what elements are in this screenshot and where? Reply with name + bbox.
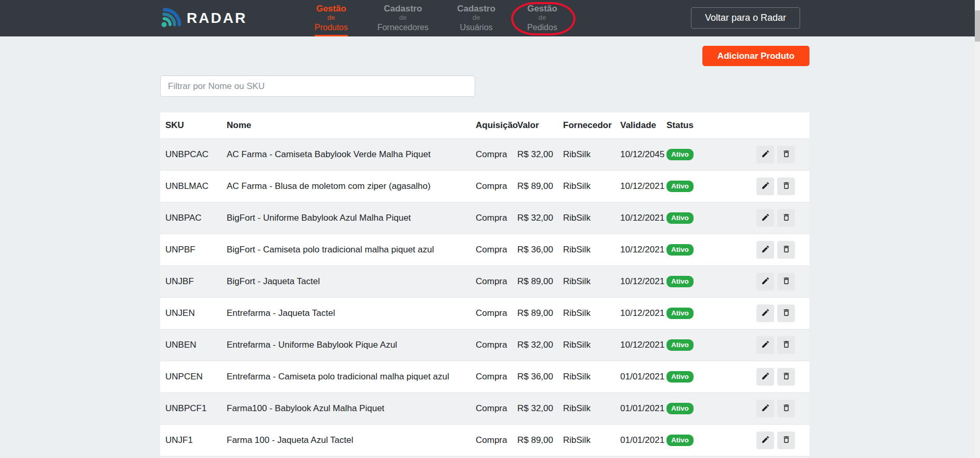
- add-product-button[interactable]: Adicionar Produto: [702, 46, 809, 66]
- delete-button[interactable]: [777, 209, 795, 227]
- edit-button[interactable]: [756, 241, 774, 259]
- delete-button[interactable]: [777, 146, 795, 163]
- column-header-valor: Valor: [512, 120, 558, 131]
- trash-icon: [782, 372, 791, 382]
- cell-nome: BigFort - Camiseta polo tradicional malh…: [221, 245, 471, 255]
- nav-item-cadastro-usuarios[interactable]: Cadastro de Usuários: [457, 0, 495, 36]
- cell-nome: Farma 100 - Jaqueta Azul Tactel: [221, 435, 471, 446]
- cell-nome: AC Farma - Camiseta Babylook Verde Malha…: [221, 149, 471, 160]
- cell-fornecedor: RibSilk: [558, 340, 615, 350]
- pencil-icon: [761, 435, 770, 446]
- partial-next-row: [160, 456, 809, 458]
- pencil-icon: [761, 340, 770, 350]
- cell-sku: UNPCEN: [160, 372, 221, 382]
- cell-fornecedor: RibSilk: [558, 403, 615, 414]
- nav-item-label: de: [539, 14, 546, 21]
- edit-button[interactable]: [756, 304, 774, 322]
- cell-validade: 10/12/2021: [615, 276, 661, 287]
- cell-aquisicao: Compra: [471, 245, 512, 255]
- delete-button[interactable]: [777, 273, 795, 290]
- cell-aquisicao: Compra: [471, 403, 512, 414]
- cell-valor: R$ 89,00: [512, 276, 558, 287]
- edit-button[interactable]: [756, 273, 774, 290]
- trash-icon: [782, 181, 791, 192]
- cell-nome: Farma100 - Babylook Azul Malha Piquet: [221, 403, 471, 414]
- cell-valor: R$ 32,00: [512, 340, 558, 350]
- table-body: UNBPCAC AC Farma - Camiseta Babylook Ver…: [160, 138, 809, 456]
- status-badge: Ativo: [667, 149, 694, 160]
- filter-input[interactable]: [160, 75, 475, 97]
- edit-button[interactable]: [756, 368, 774, 386]
- delete-button[interactable]: [777, 241, 795, 259]
- edit-button[interactable]: [756, 146, 774, 163]
- vertical-scrollbar: [975, 0, 980, 458]
- nav-item-label: Pedidos: [527, 22, 557, 33]
- delete-button[interactable]: [777, 400, 795, 417]
- nav-item-label: de: [399, 14, 407, 21]
- cell-valor: R$ 89,00: [512, 181, 558, 192]
- delete-button[interactable]: [777, 336, 795, 354]
- delete-button[interactable]: [777, 304, 795, 322]
- edit-button[interactable]: [756, 336, 774, 354]
- back-to-radar-button[interactable]: Voltar para o Radar: [691, 7, 800, 29]
- nav-item-cadastro-fornecedores[interactable]: Cadastro de Fornecedores: [377, 0, 429, 36]
- column-header-fornecedor: Fornecedor: [558, 120, 615, 131]
- edit-button[interactable]: [756, 431, 774, 449]
- status-badge: Ativo: [667, 403, 694, 414]
- nav-item-label: de: [473, 14, 480, 21]
- cell-nome: Entrefarma - Camiseta polo tradicional m…: [221, 372, 471, 382]
- cell-fornecedor: RibSilk: [558, 181, 615, 192]
- table-row: UNBPCAC AC Farma - Camiseta Babylook Ver…: [160, 138, 809, 170]
- trash-icon: [782, 308, 791, 319]
- pencil-icon: [761, 213, 770, 223]
- radar-logo-icon: [160, 6, 182, 30]
- cell-validade: 01/01/2021: [615, 435, 661, 446]
- table-header-row: SKU Nome Aquisição Valor Fornecedor Vali…: [160, 112, 809, 138]
- nav-item-gestao-produtos[interactable]: Gestão de Produtos: [315, 0, 348, 36]
- cell-status: Ativo: [661, 435, 713, 446]
- edit-button[interactable]: [756, 177, 774, 195]
- cell-fornecedor: RibSilk: [558, 308, 615, 319]
- cell-actions: [713, 177, 809, 195]
- scrollbar-thumb[interactable]: [975, 10, 980, 42]
- cell-nome: BigFort - Jaqueta Tactel: [221, 276, 471, 287]
- edit-button[interactable]: [756, 400, 774, 417]
- delete-button[interactable]: [777, 368, 795, 386]
- cell-fornecedor: RibSilk: [558, 245, 615, 255]
- column-header-aquisicao: Aquisição: [471, 120, 512, 131]
- cell-aquisicao: Compra: [471, 276, 512, 287]
- trash-icon: [782, 403, 791, 414]
- cell-actions: [713, 273, 809, 290]
- cell-validade: 10/12/2045: [615, 149, 661, 160]
- cell-status: Ativo: [661, 308, 713, 319]
- brand-title: RADAR: [187, 10, 247, 27]
- status-badge: Ativo: [667, 308, 694, 319]
- cell-validade: 01/01/2021: [615, 372, 661, 382]
- table-row: UNPCEN Entrefarma - Camiseta polo tradic…: [160, 361, 809, 392]
- cell-aquisicao: Compra: [471, 435, 512, 446]
- pencil-icon: [761, 403, 770, 414]
- cell-actions: [713, 146, 809, 163]
- cell-status: Ativo: [661, 339, 713, 351]
- cell-valor: R$ 36,00: [512, 372, 558, 382]
- cell-actions: [713, 241, 809, 259]
- cell-aquisicao: Compra: [471, 213, 512, 223]
- nav-item-gestao-pedidos[interactable]: Gestão de Pedidos: [527, 0, 557, 36]
- brand[interactable]: RADAR: [160, 0, 247, 36]
- delete-button[interactable]: [777, 177, 795, 195]
- cell-fornecedor: RibSilk: [558, 372, 615, 382]
- status-badge: Ativo: [667, 435, 694, 446]
- trash-icon: [782, 435, 791, 446]
- cell-status: Ativo: [661, 276, 713, 287]
- cell-valor: R$ 32,00: [512, 149, 558, 160]
- trash-icon: [782, 213, 791, 223]
- edit-button[interactable]: [756, 209, 774, 227]
- cell-aquisicao: Compra: [471, 181, 512, 192]
- cell-sku: UNBPCAC: [160, 149, 221, 160]
- cell-status: Ativo: [661, 149, 713, 160]
- pencil-icon: [761, 276, 770, 287]
- delete-button[interactable]: [777, 431, 795, 449]
- cell-nome: AC Farma - Blusa de moletom com ziper (a…: [221, 181, 471, 192]
- table-row: UNBEN Entrefarma - Uniforme Babylook Piq…: [160, 329, 809, 361]
- table-row: UNBPCF1 Farma100 - Babylook Azul Malha P…: [160, 392, 809, 424]
